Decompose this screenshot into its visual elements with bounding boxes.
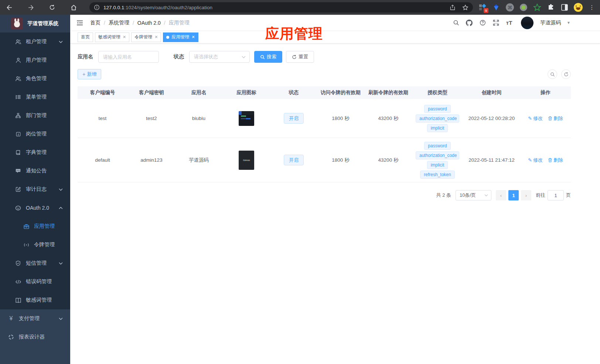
green-star-extension-icon[interactable] <box>533 3 542 12</box>
browser-back-icon[interactable] <box>4 2 15 13</box>
show-search-toggle-button[interactable] <box>548 69 557 79</box>
emoji-avatar <box>574 3 583 12</box>
user-menu-caret-icon[interactable]: ▼ <box>567 21 570 25</box>
navbar-actions: ᴛT 芋道源码 ▼ <box>452 17 600 29</box>
sidebar-item-report-designer[interactable]: 报表设计器 <box>0 328 70 346</box>
close-icon[interactable]: ✕ <box>191 35 195 40</box>
url-path: :1024/system/oauth2/oauth2/application <box>124 5 212 10</box>
prev-page-button[interactable]: ‹ <box>496 190 506 200</box>
sidebar-item-oauth-application[interactable]: 应用管理 <box>0 217 70 236</box>
sidebar-item-notice[interactable]: 通知公告 <box>0 162 70 180</box>
edit-link[interactable]: ✎修改 <box>528 157 543 164</box>
page-size-value: 10条/页 <box>460 192 476 199</box>
sidebar-item-dept[interactable]: 部门管理 <box>0 106 70 125</box>
sidebar: 芋道管理系统 租户管理 用户管理 角色管理 菜单管理 部门管理 <box>0 15 70 364</box>
sidebar-item-dict[interactable]: 字典管理 <box>0 143 70 162</box>
close-icon[interactable]: ✕ <box>154 35 158 40</box>
delete-link[interactable]: 删除 <box>548 115 563 122</box>
browser-refresh-icon[interactable] <box>47 2 58 13</box>
sidebar-item-role[interactable]: 角色管理 <box>0 69 70 88</box>
sidebar-logo[interactable]: 芋道管理系统 <box>0 15 70 32</box>
sidebar-item-label: 用户管理 <box>26 57 47 63</box>
status-enabled-tag[interactable]: 开启 <box>284 155 304 165</box>
command-extension-icon[interactable]: ⌘ <box>505 3 514 12</box>
goto-page-input[interactable] <box>548 190 564 200</box>
bookmark-star-icon[interactable] <box>461 3 469 11</box>
browser-menu-icon[interactable]: ⋮ <box>587 3 596 12</box>
breadcrumb-home[interactable]: 首页 <box>90 20 100 26</box>
url-text[interactable]: 127.0.0.1:1024/system/oauth2/oauth2/appl… <box>103 5 444 10</box>
delete-label: 删除 <box>553 115 563 122</box>
fullscreen-icon[interactable] <box>492 19 500 27</box>
sidebar-item-errcode[interactable]: 错误码管理 <box>0 272 70 291</box>
table-header-row: 客户端编号 客户端密钥 应用名 应用图标 状态 访问令牌的有效期 刷新令牌的有效… <box>78 86 571 99</box>
cell-grant-types: password authorization_code implicit <box>412 102 463 135</box>
share-icon[interactable] <box>449 3 457 11</box>
pagination: 共 2 条 10条/页 ‹ 1 › 前往 页 <box>78 190 571 200</box>
app-icon-thumbnail <box>239 111 254 126</box>
cell-status: 开启 <box>271 110 317 127</box>
tab-home[interactable]: 首页 <box>78 32 93 42</box>
reset-button[interactable]: 重置 <box>286 51 314 63</box>
sidebar-item-audit-log[interactable]: 审计日志 <box>0 180 70 199</box>
status-select[interactable]: 请选择状态 <box>189 51 250 63</box>
cell-status: 开启 <box>271 152 317 168</box>
sidebar-item-post[interactable]: 岗位管理 <box>0 125 70 143</box>
record-extension-icon[interactable] <box>519 3 528 12</box>
edit-link[interactable]: ✎修改 <box>528 115 543 122</box>
gem-extension-icon[interactable] <box>492 3 501 12</box>
code-icon <box>15 278 21 285</box>
sidebar-item-label: 报表设计器 <box>19 334 45 340</box>
browser-home-icon[interactable] <box>68 2 79 13</box>
app-name-input[interactable] <box>98 51 159 63</box>
cell-refresh-token-validity: 43200 秒 <box>365 112 412 125</box>
sidebar-item-sms[interactable]: 短信管理 <box>0 254 70 272</box>
search-button[interactable]: 搜索 <box>254 51 282 63</box>
delete-link[interactable]: 删除 <box>548 157 563 164</box>
sidebar-item-user[interactable]: 用户管理 <box>0 51 70 69</box>
sidebar-item-oauth-token[interactable]: 令牌管理 <box>0 236 70 254</box>
app-icon-thumbnail: GitHub <box>239 151 254 170</box>
address-bar[interactable]: 127.0.0.1:1024/system/oauth2/oauth2/appl… <box>89 2 473 13</box>
user-avatar[interactable] <box>521 17 533 29</box>
add-button[interactable]: +新增 <box>78 69 101 79</box>
tab-label: 应用管理 <box>171 34 189 40</box>
refresh-table-button[interactable] <box>561 69 571 79</box>
shield-icon <box>15 260 21 267</box>
breadcrumb-system[interactable]: 系统管理 <box>109 20 129 26</box>
tab-application-active[interactable]: 应用管理✕ <box>163 32 198 42</box>
sidebar-item-payment[interactable]: ¥ 支付管理 <box>0 309 70 328</box>
sidebar-item-sensitive-word[interactable]: 敏感词管理 <box>0 291 70 309</box>
font-size-icon[interactable]: ᴛT <box>505 19 513 27</box>
current-page-button[interactable]: 1 <box>508 190 519 200</box>
breadcrumb-oauth[interactable]: OAuth 2.0 <box>137 20 161 26</box>
profile-avatar-icon[interactable] <box>574 3 583 12</box>
pagination-total: 共 2 条 <box>436 192 451 199</box>
github-icon[interactable] <box>466 19 473 27</box>
cell-secret: test2 <box>127 113 175 124</box>
sidebar-item-tenant[interactable]: 租户管理 <box>0 32 70 51</box>
browser-forward-icon[interactable] <box>25 2 36 13</box>
tab-token[interactable]: 令牌管理✕ <box>131 32 161 42</box>
wallet-extension-icon[interactable]: 9 <box>478 3 487 12</box>
page-size-select[interactable]: 10条/页 <box>456 190 491 200</box>
help-icon[interactable] <box>479 19 486 27</box>
cell-secret: admin123 <box>127 154 175 166</box>
split-screen-icon[interactable] <box>560 3 569 12</box>
tab-sensitive-word[interactable]: 敏感词管理✕ <box>95 32 129 42</box>
status-enabled-tag[interactable]: 开启 <box>284 113 304 124</box>
sidebar-item-oauth[interactable]: OAuth 2.0 <box>0 199 70 217</box>
token-signal-icon <box>23 241 30 248</box>
site-info-icon[interactable] <box>94 4 100 10</box>
next-page-button[interactable]: › <box>521 190 531 200</box>
search-icon[interactable] <box>452 19 460 27</box>
cell-access-token-validity: 1800 秒 <box>317 154 365 166</box>
puzzle-extensions-icon[interactable] <box>546 3 555 12</box>
breadcrumb-separator: / <box>164 20 166 26</box>
sidebar-item-menu[interactable]: 菜单管理 <box>0 88 70 106</box>
col-actions: 操作 <box>520 89 571 96</box>
cell-client-id: test <box>78 113 127 124</box>
tab-label: 首页 <box>81 34 90 40</box>
sidebar-collapse-icon[interactable] <box>76 19 84 27</box>
close-icon[interactable]: ✕ <box>123 35 126 40</box>
